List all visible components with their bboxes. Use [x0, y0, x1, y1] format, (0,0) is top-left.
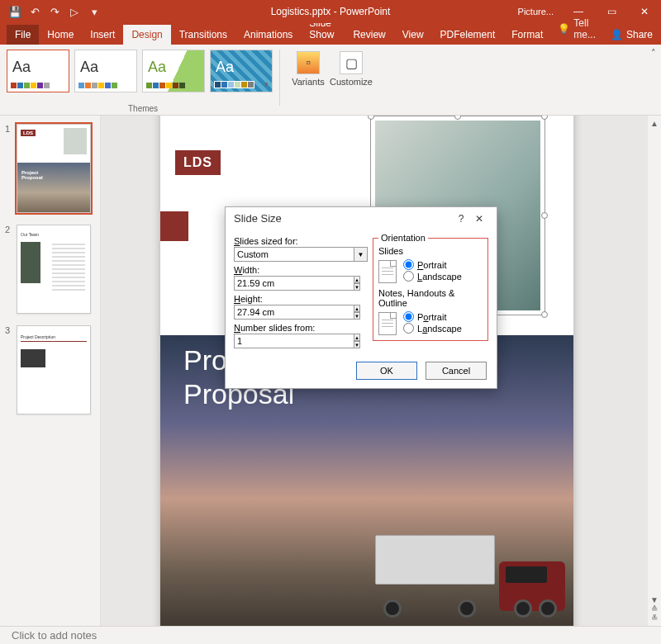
- share-icon: 👤: [611, 29, 623, 40]
- ok-button[interactable]: OK: [356, 362, 417, 380]
- qat-more-icon[interactable]: ▾: [86, 3, 102, 20]
- dialog-titlebar: Slide Size ? ✕: [226, 207, 497, 230]
- theme-card-1[interactable]: Aa: [7, 50, 69, 92]
- theme-card-3[interactable]: Aa: [142, 50, 205, 92]
- slides-portrait-radio[interactable]: Portrait: [403, 259, 462, 270]
- number-from-label: Number slides from:: [234, 323, 368, 333]
- spin-down-icon[interactable]: ▼: [354, 283, 360, 291]
- tab-design[interactable]: Design: [123, 25, 170, 45]
- tab-insert[interactable]: Insert: [82, 25, 123, 45]
- start-slideshow-icon[interactable]: ▷: [66, 3, 83, 20]
- height-label: Height:: [234, 294, 368, 304]
- resize-handle[interactable]: [541, 311, 548, 318]
- notes-landscape-radio[interactable]: Landscape: [403, 323, 462, 334]
- slide-thumbnails-panel: 1 LDS ProjectProposal 2 Our Team 3 Proje…: [0, 116, 101, 626]
- resize-handle[interactable]: [541, 116, 548, 120]
- tab-file[interactable]: File: [7, 25, 39, 45]
- thumbnail-1[interactable]: 1 LDS ProjectProposal: [5, 124, 95, 213]
- height-spinner[interactable]: ▲▼: [234, 305, 293, 320]
- themes-group-label: Themes: [128, 104, 158, 113]
- scroll-down-icon[interactable]: ▼: [650, 595, 659, 604]
- orientation-fieldset: Orientation Slides Portrait Landscape No…: [373, 233, 488, 341]
- tab-format[interactable]: Format: [503, 25, 551, 45]
- variants-button[interactable]: ▫ Variants: [287, 50, 330, 113]
- slides-group-label: Slides: [378, 246, 483, 256]
- scroll-up-icon[interactable]: ▲: [650, 119, 659, 128]
- theme-card-4[interactable]: Aa ▾: [210, 50, 273, 92]
- dialog-close-button[interactable]: ✕: [470, 213, 488, 225]
- width-input[interactable]: [234, 276, 354, 291]
- width-label: Width:: [234, 265, 368, 275]
- next-slide-icon[interactable]: ≚: [651, 613, 658, 623]
- sized-for-input[interactable]: [234, 247, 354, 262]
- number-from-input[interactable]: [234, 334, 354, 348]
- sized-for-label: Slides sized for:: [234, 236, 368, 246]
- ribbon-tabs: File Home Insert Design Transitions Anim…: [0, 23, 661, 45]
- dialog-button-row: OK Cancel: [226, 355, 497, 388]
- slides-landscape-radio[interactable]: Landscape: [403, 271, 462, 282]
- notes-portrait-radio[interactable]: Portrait: [403, 311, 462, 322]
- customize-icon: ▢: [340, 51, 363, 74]
- share-button[interactable]: 👤Share: [602, 25, 661, 45]
- truck-graphic: [375, 527, 565, 618]
- undo-icon[interactable]: ↶: [26, 3, 43, 20]
- spin-up-icon[interactable]: ▲: [354, 276, 360, 283]
- thumbnail-3[interactable]: 3 Project Description: [5, 325, 95, 414]
- theme-card-2[interactable]: Aa: [74, 50, 137, 92]
- page-portrait-icon: [378, 260, 397, 283]
- resize-handle[interactable]: [541, 212, 548, 219]
- tab-home[interactable]: Home: [39, 25, 82, 45]
- chevron-down-icon[interactable]: ▼: [354, 247, 368, 262]
- lds-logo: LDS: [175, 150, 221, 175]
- prev-slide-icon[interactable]: ≙: [651, 604, 658, 613]
- accent-bar: [160, 211, 188, 241]
- sized-for-combo[interactable]: ▼: [234, 247, 368, 262]
- tab-view[interactable]: View: [394, 25, 432, 45]
- window-title: Logistics.pptx - PowerPoint: [271, 6, 391, 17]
- slides-orientation-group: Slides Portrait Landscape: [378, 246, 483, 283]
- notes-placeholder: Click to add notes: [12, 629, 97, 642]
- tab-animations[interactable]: Animations: [235, 25, 301, 45]
- page-portrait-icon: [378, 312, 397, 335]
- spin-down-icon[interactable]: ▼: [354, 341, 360, 348]
- redo-icon[interactable]: ↷: [46, 3, 63, 20]
- width-spinner[interactable]: ▲▼: [234, 276, 293, 291]
- tell-me-search[interactable]: 💡Tell me...: [551, 13, 602, 45]
- thumbnail-2[interactable]: 2 Our Team: [5, 225, 95, 314]
- spin-down-icon[interactable]: ▼: [354, 312, 360, 320]
- spin-up-icon[interactable]: ▲: [354, 334, 360, 341]
- variants-icon: ▫: [297, 51, 320, 74]
- notes-group-label: Notes, Handouts & Outline: [378, 288, 483, 308]
- ribbon-design: Aa Aa Aa Aa ▾ ▫ Variants ▢ Customize The…: [0, 45, 661, 116]
- spin-up-icon[interactable]: ▲: [354, 305, 360, 312]
- collapse-ribbon-icon[interactable]: ˄: [651, 48, 656, 59]
- close-button[interactable]: ✕: [628, 0, 661, 23]
- bulb-icon: 💡: [558, 23, 570, 35]
- save-icon[interactable]: 💾: [7, 3, 23, 20]
- tab-pdfelement[interactable]: PDFelement: [432, 25, 504, 45]
- customize-button[interactable]: ▢ Customize: [330, 50, 373, 113]
- resize-handle[interactable]: [368, 116, 374, 120]
- canvas-scrollbar[interactable]: ▲ ▼ ≙ ≚: [648, 116, 661, 626]
- number-from-spinner[interactable]: ▲▼: [234, 334, 277, 348]
- dialog-title: Slide Size: [234, 212, 282, 225]
- slides-sized-for-section: Slides sized for: ▼ Width: ▲▼ Height: ▲▼…: [234, 233, 368, 348]
- cancel-button[interactable]: Cancel: [426, 362, 487, 380]
- tab-review[interactable]: Review: [345, 25, 393, 45]
- dialog-help-button[interactable]: ?: [452, 213, 470, 225]
- context-tab-label: Picture...: [518, 7, 554, 17]
- height-input[interactable]: [234, 305, 354, 320]
- slide-size-dialog: Slide Size ? ✕ Slides sized for: ▼ Width…: [225, 206, 497, 389]
- orientation-legend: Orientation: [378, 233, 428, 243]
- tab-transitions[interactable]: Transitions: [171, 25, 235, 45]
- resize-handle[interactable]: [454, 116, 461, 120]
- notes-pane[interactable]: Click to add notes: [0, 626, 661, 644]
- notes-orientation-group: Notes, Handouts & Outline Portrait Lands…: [378, 288, 483, 335]
- quick-access-toolbar: 💾 ↶ ↷ ▷ ▾: [0, 3, 102, 20]
- themes-more-icon[interactable]: ▾: [264, 80, 269, 88]
